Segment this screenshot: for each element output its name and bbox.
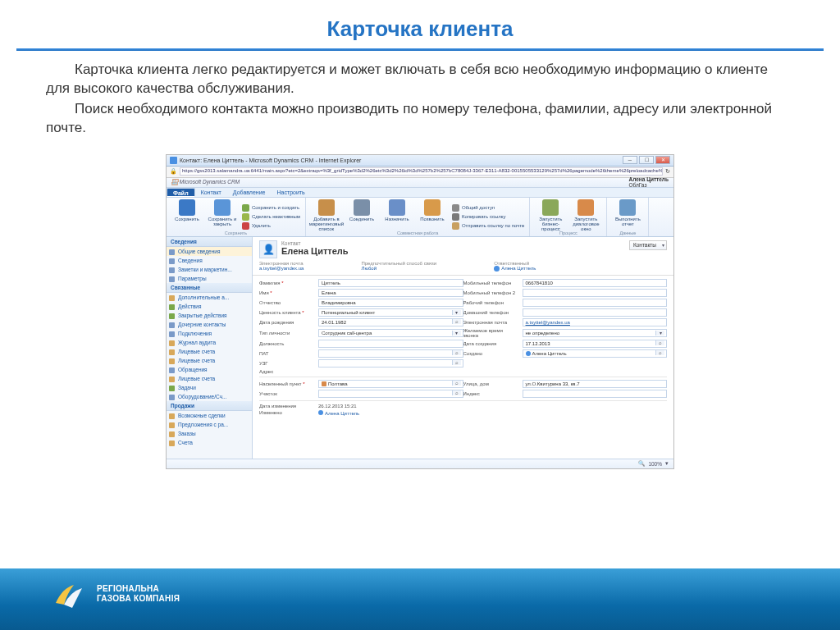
ie-title: Контакт: Елена Циттель - Microsoft Dynam… <box>180 158 361 163</box>
ie-address-bar: 🔒 https://gss2013.salamandra.ua:6441/mai… <box>167 167 673 178</box>
lbl-homephone: Домашний телефон <box>463 310 519 315</box>
tab-customize[interactable]: Настроить <box>272 188 311 197</box>
sidebar-item-audit[interactable]: Журнал аудита <box>167 338 252 347</box>
save-close-icon <box>214 199 231 216</box>
entity-name: Елена Циттель <box>281 246 349 256</box>
lbl-mobile: Мобильный телефон <box>463 281 519 285</box>
lbl-middle: Отчество <box>259 300 315 305</box>
sidebar-item-equipment[interactable]: Оборудование/Сч... <box>167 392 252 401</box>
user-icon <box>318 410 323 415</box>
inp-position[interactable] <box>318 340 463 348</box>
lbl-district: Участок <box>259 391 315 396</box>
tab-file[interactable]: Файл <box>167 188 195 197</box>
status-bar: 🔍 100% ▾ <box>167 459 673 468</box>
tab-contact[interactable]: Контакт <box>195 188 227 197</box>
sidebar-item-closed-activities[interactable]: Закрытые действия <box>167 311 252 320</box>
chevron-down-icon[interactable]: ▾ <box>665 460 669 467</box>
inp-calltime[interactable]: не определено <box>523 329 668 337</box>
zoom-icon[interactable]: 🔍 <box>638 460 645 467</box>
inp-value[interactable]: Потенциальный клиент <box>318 308 463 317</box>
lbl-value: Ценность клиента * <box>259 310 315 315</box>
inp-birth[interactable]: 24.01.1982 <box>318 318 463 326</box>
lbl-firstname: Имя * <box>259 290 315 295</box>
entity-type: Контакт <box>281 240 349 246</box>
btn-email-link[interactable]: Отправить ссылку по почте <box>452 222 524 230</box>
company-logo: РЕГІОНАЛЬНА ГАЗОВА КОМПАНІЯ <box>49 575 180 613</box>
sidebar-item-accounts1[interactable]: Лицевые счета <box>167 347 252 356</box>
delete-icon <box>242 222 249 230</box>
sidebar-item-connections[interactable]: Подключения <box>167 329 252 338</box>
crm-header: 🪟 Microsoft Dynamics CRM Алена ЦиттельОб… <box>167 178 673 188</box>
deactivate-icon <box>242 213 249 221</box>
sidebar-section-info: Сведения <box>167 237 252 247</box>
report-icon <box>619 199 636 216</box>
refresh-icon[interactable]: ↻ <box>665 168 670 175</box>
lbl-type: Тип личности <box>259 331 315 336</box>
url-field[interactable]: https://gss2013.salamandra.ua:6441/main.… <box>180 167 663 176</box>
crm-user[interactable]: Алена ЦиттельОблГаз <box>628 176 669 188</box>
inp-uzg[interactable] <box>318 359 463 368</box>
save-new-icon <box>242 204 249 212</box>
crm-screenshot: Контакт: Елена Циттель - Microsoft Dynam… <box>166 154 674 469</box>
maximize-button[interactable]: ☐ <box>639 156 654 164</box>
header-owner-value: Алена Циттель <box>494 266 536 272</box>
inp-firstname[interactable]: Елена <box>318 289 463 297</box>
inp-created[interactable]: 17.12.2013 <box>523 340 668 348</box>
inp-email2[interactable]: a.tsyttel@yandex.ua <box>523 318 668 326</box>
sidebar-item-orders[interactable]: Заказы <box>167 429 252 438</box>
sidebar-item-extra-addr[interactable]: Дополнительные а... <box>167 293 252 302</box>
inp-homephone[interactable] <box>523 308 668 317</box>
sidebar-item-notes[interactable]: Заметки и маркетин... <box>167 265 252 274</box>
inp-type[interactable]: Сотрудник call-центра <box>318 329 463 337</box>
btn-save-new[interactable]: Сохранить и создать <box>242 204 300 212</box>
inp-pat[interactable] <box>318 349 463 358</box>
inp-lastname[interactable]: Циттель <box>318 279 463 287</box>
header-pref-label: Предпочтительный способ связи <box>361 261 436 266</box>
tab-add[interactable]: Добавление <box>227 188 272 197</box>
sidebar-item-activities[interactable]: Действия <box>167 302 252 311</box>
para-1: Карточка клиента легко редактируется и м… <box>46 61 794 98</box>
inp-street[interactable]: ул.О.Квитурина 33, кв.7 <box>523 380 668 388</box>
inp-city[interactable]: Полтава <box>318 380 463 388</box>
minimize-button[interactable]: ─ <box>623 156 637 164</box>
view-dropdown[interactable]: Контакты <box>629 240 667 250</box>
lbl-createdby: Создано <box>463 351 519 356</box>
lbl-calltime: Желаемое время звонка <box>463 328 519 338</box>
btn-copy-link[interactable]: Копировать ссылку <box>452 213 524 221</box>
city-icon <box>322 381 326 386</box>
sidebar-item-quotes[interactable]: Предложения с ра... <box>167 420 252 429</box>
user-icon <box>494 266 500 272</box>
window-controls: ─ ☐ ✕ <box>623 156 670 164</box>
separator <box>259 400 667 401</box>
inp-mobile[interactable]: 0667841810 <box>523 279 668 287</box>
inp-workphone[interactable] <box>523 299 668 307</box>
sidebar-item-opportunities[interactable]: Возможные сделки <box>167 411 252 420</box>
sidebar-item-details[interactable]: Сведения <box>167 256 252 265</box>
sidebar-item-tasks[interactable]: Задачи <box>167 383 252 392</box>
sidebar-item-invoices[interactable]: Счета <box>167 438 252 447</box>
btn-delete[interactable]: Удалить <box>242 222 300 230</box>
lbl-modon: Дата изменения <box>259 404 315 409</box>
inp-mobile2[interactable] <box>523 289 668 297</box>
btn-share[interactable]: Общий доступ <box>452 204 524 212</box>
dialog-icon <box>578 199 594 216</box>
form-body: Фамилия *Циттель Мобильный телефон066784… <box>253 276 673 459</box>
crm-brand: 🪟 Microsoft Dynamics CRM <box>171 179 240 185</box>
inp-district[interactable] <box>318 390 463 398</box>
lbl-addr: Адрес <box>259 369 315 374</box>
close-button[interactable]: ✕ <box>655 156 670 164</box>
inp-index[interactable] <box>523 390 668 398</box>
sidebar-item-accounts2[interactable]: Лицевые счета <box>167 356 252 365</box>
lbl-pat: ПАТ <box>259 351 315 356</box>
btn-deactivate[interactable]: Сделать неактивным <box>242 213 300 221</box>
sidebar-item-general[interactable]: Общие сведения <box>167 247 252 256</box>
inp-middle[interactable]: Владимировна <box>318 299 463 307</box>
header-pref-value: Любой <box>361 266 436 271</box>
sidebar-item-cases[interactable]: Обращения <box>167 365 252 374</box>
inp-createdby[interactable]: Алена Циттель <box>523 349 668 358</box>
sidebar-item-subcontacts[interactable]: Дочерние контакты <box>167 320 252 329</box>
para-2: Поиск необходимого контакта можно произв… <box>46 100 794 138</box>
sidebar-item-accounts3[interactable]: Лицевые счета <box>167 374 252 383</box>
sidebar-item-params[interactable]: Параметры <box>167 274 252 283</box>
ie-icon <box>170 157 177 164</box>
